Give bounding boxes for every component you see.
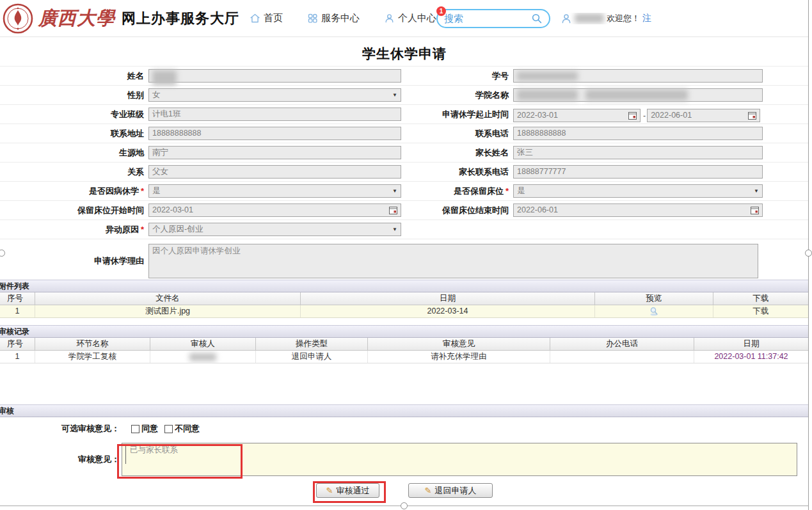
column-header: 文件名 [35,292,301,305]
review-operation: 退回申请人 [256,351,368,363]
form-row: 生源地 南宁 家长姓名 张三 [0,143,809,163]
chevron-down-icon: ▼ [392,89,397,101]
form-row: 联系地址 18888888888 联系电话 18888888888 [0,124,809,143]
calendar-icon[interactable] [748,111,756,120]
disagree-label: 不同意 [175,423,200,434]
optional-opinions-row: 可选审核意见： 同意 不同意 [0,422,809,435]
form-row: 异动原因* 个人原因-创业▼ [0,220,809,239]
field-label: 关系 [0,163,144,181]
pencil-icon: ✎ [425,486,432,495]
field-label: 专业班级 [0,105,144,124]
optional-opinions-label: 可选审核意见： [0,423,120,434]
nav-personal-center[interactable]: 个人中心 1 [384,12,436,24]
field-label: 学号 [406,67,509,85]
search-box[interactable] [436,9,550,28]
welcome-text: 欢迎您！ [607,13,640,24]
resize-handle-bottom[interactable] [401,502,408,509]
form-row: 关系 父女 家长联系电话 18888777777 [0,163,809,182]
column-header: 环节名称 [35,338,150,350]
notification-badge[interactable]: 1 [436,6,446,16]
review-row: 1 学院学工复核 退回申请人 请补充休学理由 2022-03-01 11:37:… [0,351,809,363]
review-comment: 请补充休学理由 [368,351,550,363]
column-header: 预览 [595,292,713,305]
bed-end-date-field[interactable]: 2022-06-01 [513,203,763,217]
field-label: 性别 [0,86,144,104]
relationship-field[interactable]: 父女 [148,165,401,179]
agree-option[interactable]: 同意 [131,423,158,434]
column-header: 办公电话 [550,338,694,350]
major-class-field[interactable]: 计电1班 [148,108,401,121]
parent-name-field[interactable]: 张三 [513,146,763,159]
nav-home[interactable]: 首页 [250,12,283,24]
column-header: 审核人 [150,338,256,350]
calendar-icon[interactable] [389,206,397,214]
disagree-option[interactable]: 不同意 [164,423,200,434]
return-to-applicant-button[interactable]: ✎ 退回申请人 [408,483,493,498]
keep-bed-select[interactable]: 是▼ [513,184,763,198]
leave-reason-textarea[interactable]: 因个人原因申请休学创业 [148,244,758,278]
student-id-field[interactable] [513,69,763,83]
required-asterisk: * [506,186,509,196]
attachment-no: 1 [0,305,35,317]
chevron-down-icon: ▼ [754,185,759,197]
gender-select[interactable]: 女▼ [148,88,401,102]
required-asterisk: * [141,225,144,234]
resize-handle-right[interactable] [805,250,812,257]
auditor-redacted [189,353,216,361]
field-label: 是否保留床位* [406,182,509,200]
field-label: 保留床位开始时间 [0,201,144,219]
main-nav: 首页 服务中心 个人中心 1 [250,12,436,24]
review-table-header: 序号 环节名称 审核人 操作类型 审核意见 办公电话 日期 [0,338,809,351]
agree-checkbox[interactable] [131,425,139,433]
contact-address-field[interactable]: 18888888888 [148,127,401,140]
user-avatar-icon[interactable] [561,13,572,24]
service-hall-window: 廣西大學 网上办事服务大厅 首页 服务中心 个人中心 [0,0,812,510]
field-label: 家长姓名 [406,143,509,162]
chevron-down-icon: ▼ [392,185,397,197]
review-records-section: 审核记录 序号 环节名称 审核人 操作类型 审核意见 办公电话 日期 1 学院学… [0,325,809,363]
attachments-table-header: 序号 文件名 日期 预览 下载 [0,292,809,305]
preview-magnifier-icon[interactable] [649,307,659,316]
date-range-separator: - [643,111,646,120]
leave-application-form: 姓名 学号 性别 女▼ 学院名称 专业班级 [0,66,809,283]
column-header: 序号 [0,338,35,350]
field-label: 申请休学起止时间 [406,105,509,124]
calendar-icon[interactable] [628,111,637,120]
logout-link[interactable]: 注 [642,13,651,24]
calendar-icon[interactable] [751,206,759,214]
form-row: 申请休学理由 因个人原因申请休学创业 [0,239,809,283]
university-name: 廣西大學 [38,6,115,31]
disagree-checkbox[interactable] [164,425,173,433]
college-redacted [585,90,688,100]
university-seal-logo [3,3,33,34]
top-header: 廣西大學 网上办事服务大厅 首页 服务中心 个人中心 [0,0,808,37]
field-label: 异动原因* [0,220,144,239]
column-header: 序号 [0,292,35,305]
portal-title: 网上办事服务大厅 [122,9,239,28]
college-redacted [517,90,578,100]
nav-personal-center-label: 个人中心 [398,12,436,24]
hometown-field[interactable]: 南宁 [148,146,401,159]
leave-start-date-field[interactable]: 2022-03-01 [513,109,641,122]
contact-phone-field[interactable]: 18888888888 [513,127,763,140]
search-icon[interactable] [531,13,543,24]
college-name-field[interactable] [513,88,763,102]
nav-service-center[interactable]: 服务中心 [307,12,360,24]
leave-end-date-field[interactable]: 2022-06-01 [647,109,760,122]
sick-leave-select[interactable]: 是▼ [148,184,401,198]
field-label: 联系地址 [0,124,144,143]
field-label: 联系电话 [406,124,509,143]
audit-buttons-row: ✎ 审核通过 ✎ 退回申请人 [0,483,809,498]
parent-phone-field[interactable]: 18888777777 [513,165,763,179]
person-icon [384,13,395,24]
search-input[interactable] [444,13,531,24]
attachments-section: 附件列表 序号 文件名 日期 预览 下载 1 测试图片.jpg 2022-03-… [0,280,809,318]
download-link[interactable]: 下载 [753,305,769,317]
attachment-date: 2022-03-14 [301,305,595,317]
name-field[interactable] [148,69,401,83]
bed-start-date-field[interactable]: 2022-03-01 [148,203,401,217]
change-reason-select[interactable]: 个人原因-创业▼ [148,223,401,236]
field-label: 家长联系电话 [406,163,509,181]
leave-date-range: 2022-03-01 - 2022-06-01 [513,108,760,124]
column-header: 日期 [301,292,595,305]
